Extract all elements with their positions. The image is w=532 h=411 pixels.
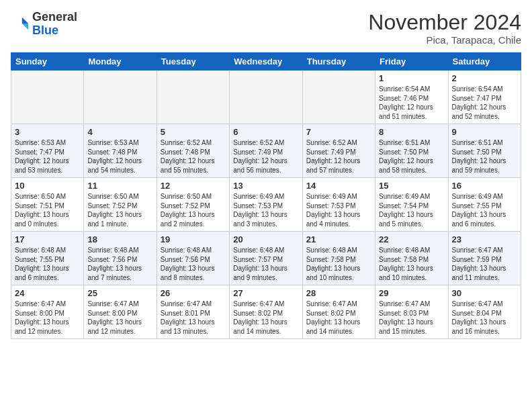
table-row: 24Sunrise: 6:47 AM Sunset: 8:00 PM Dayli… (11, 285, 84, 339)
day-number: 4 (87, 127, 152, 137)
header-friday: Friday (375, 53, 448, 71)
table-row: 26Sunrise: 6:47 AM Sunset: 8:01 PM Dayli… (157, 285, 229, 339)
day-info: Sunrise: 6:49 AM Sunset: 7:53 PM Dayligh… (306, 192, 371, 228)
calendar-table: Sunday Monday Tuesday Wednesday Thursday… (11, 52, 521, 339)
day-info: Sunrise: 6:49 AM Sunset: 7:54 PM Dayligh… (379, 192, 444, 228)
header-sunday: Sunday (11, 53, 84, 71)
day-number: 28 (306, 288, 371, 298)
day-number: 9 (452, 127, 517, 137)
day-number: 18 (87, 234, 152, 244)
location-subtitle: Pica, Tarapaca, Chile (368, 34, 521, 46)
day-number: 5 (161, 127, 226, 137)
day-number: 6 (233, 127, 298, 137)
logo-icon (11, 15, 30, 34)
day-number: 1 (379, 73, 444, 83)
day-info: Sunrise: 6:47 AM Sunset: 8:00 PM Dayligh… (15, 300, 80, 336)
logo-general-text: General (32, 10, 77, 24)
page-container: General Blue November 2024 Pica, Tarapac… (0, 0, 532, 346)
page-header: General Blue November 2024 Pica, Tarapac… (11, 11, 521, 46)
table-row: 7Sunrise: 6:52 AM Sunset: 7:49 PM Daylig… (302, 124, 375, 178)
table-row: 15Sunrise: 6:49 AM Sunset: 7:54 PM Dayli… (375, 178, 448, 232)
day-info: Sunrise: 6:52 AM Sunset: 7:48 PM Dayligh… (161, 138, 226, 175)
header-tuesday: Tuesday (157, 53, 229, 71)
table-row: 19Sunrise: 6:48 AM Sunset: 7:56 PM Dayli… (157, 232, 229, 285)
calendar-week-row: 3Sunrise: 6:53 AM Sunset: 7:47 PM Daylig… (11, 124, 521, 178)
table-row: 17Sunrise: 6:48 AM Sunset: 7:55 PM Dayli… (11, 232, 84, 285)
table-row: 27Sunrise: 6:47 AM Sunset: 8:02 PM Dayli… (230, 285, 302, 339)
table-row: 11Sunrise: 6:50 AM Sunset: 7:52 PM Dayli… (84, 178, 157, 232)
calendar-week-row: 10Sunrise: 6:50 AM Sunset: 7:51 PM Dayli… (11, 178, 521, 232)
day-info: Sunrise: 6:48 AM Sunset: 7:56 PM Dayligh… (87, 246, 152, 282)
day-info: Sunrise: 6:50 AM Sunset: 7:52 PM Dayligh… (87, 192, 152, 228)
day-info: Sunrise: 6:47 AM Sunset: 8:02 PM Dayligh… (233, 300, 298, 336)
table-row: 10Sunrise: 6:50 AM Sunset: 7:51 PM Dayli… (11, 178, 84, 232)
table-row (302, 71, 375, 124)
day-number: 20 (233, 234, 298, 244)
day-number: 12 (161, 181, 226, 191)
day-number: 15 (379, 181, 444, 191)
title-area: November 2024 Pica, Tarapaca, Chile (368, 11, 521, 46)
day-info: Sunrise: 6:51 AM Sunset: 7:50 PM Dayligh… (452, 138, 517, 175)
day-number: 11 (87, 181, 152, 191)
day-number: 13 (233, 181, 298, 191)
day-number: 24 (15, 288, 80, 298)
table-row: 3Sunrise: 6:53 AM Sunset: 7:47 PM Daylig… (11, 124, 84, 178)
day-number: 8 (379, 127, 444, 137)
day-info: Sunrise: 6:50 AM Sunset: 7:51 PM Dayligh… (15, 192, 80, 228)
day-number: 26 (161, 288, 226, 298)
day-info: Sunrise: 6:52 AM Sunset: 7:49 PM Dayligh… (306, 138, 371, 175)
table-row: 23Sunrise: 6:47 AM Sunset: 7:59 PM Dayli… (448, 232, 521, 285)
table-row (84, 71, 157, 124)
day-info: Sunrise: 6:49 AM Sunset: 7:53 PM Dayligh… (233, 192, 298, 228)
day-info: Sunrise: 6:48 AM Sunset: 7:58 PM Dayligh… (306, 246, 371, 282)
table-row: 5Sunrise: 6:52 AM Sunset: 7:48 PM Daylig… (157, 124, 229, 178)
table-row: 6Sunrise: 6:52 AM Sunset: 7:49 PM Daylig… (230, 124, 302, 178)
header-saturday: Saturday (448, 53, 521, 71)
day-info: Sunrise: 6:49 AM Sunset: 7:55 PM Dayligh… (452, 192, 517, 228)
day-number: 2 (452, 73, 517, 83)
logo-blue-text: Blue (32, 24, 58, 37)
day-number: 7 (306, 127, 371, 137)
table-row: 28Sunrise: 6:47 AM Sunset: 8:02 PM Dayli… (302, 285, 375, 339)
calendar-week-row: 17Sunrise: 6:48 AM Sunset: 7:55 PM Dayli… (11, 232, 521, 285)
table-row: 18Sunrise: 6:48 AM Sunset: 7:56 PM Dayli… (84, 232, 157, 285)
day-info: Sunrise: 6:48 AM Sunset: 7:55 PM Dayligh… (15, 246, 80, 282)
table-row: 1Sunrise: 6:54 AM Sunset: 7:46 PM Daylig… (375, 71, 448, 124)
table-row: 8Sunrise: 6:51 AM Sunset: 7:50 PM Daylig… (375, 124, 448, 178)
day-number: 17 (15, 234, 80, 244)
header-wednesday: Wednesday (230, 53, 302, 71)
day-number: 10 (15, 181, 80, 191)
svg-marker-1 (22, 24, 28, 30)
day-info: Sunrise: 6:54 AM Sunset: 7:47 PM Dayligh… (452, 85, 517, 121)
day-number: 21 (306, 234, 371, 244)
calendar-week-row: 1Sunrise: 6:54 AM Sunset: 7:46 PM Daylig… (11, 71, 521, 124)
table-row: 13Sunrise: 6:49 AM Sunset: 7:53 PM Dayli… (230, 178, 302, 232)
day-info: Sunrise: 6:47 AM Sunset: 7:59 PM Dayligh… (452, 246, 517, 282)
day-info: Sunrise: 6:53 AM Sunset: 7:47 PM Dayligh… (15, 138, 80, 175)
day-info: Sunrise: 6:47 AM Sunset: 8:00 PM Dayligh… (87, 300, 152, 336)
day-number: 16 (452, 181, 517, 191)
header-monday: Monday (84, 53, 157, 71)
day-number: 25 (87, 288, 152, 298)
table-row: 25Sunrise: 6:47 AM Sunset: 8:00 PM Dayli… (84, 285, 157, 339)
day-number: 19 (161, 234, 226, 244)
day-info: Sunrise: 6:47 AM Sunset: 8:01 PM Dayligh… (161, 300, 226, 336)
table-row (157, 71, 229, 124)
day-number: 30 (452, 288, 517, 298)
logo: General Blue (11, 11, 77, 38)
calendar-week-row: 24Sunrise: 6:47 AM Sunset: 8:00 PM Dayli… (11, 285, 521, 339)
day-info: Sunrise: 6:48 AM Sunset: 7:57 PM Dayligh… (233, 246, 298, 282)
day-info: Sunrise: 6:51 AM Sunset: 7:50 PM Dayligh… (379, 138, 444, 175)
table-row: 9Sunrise: 6:51 AM Sunset: 7:50 PM Daylig… (448, 124, 521, 178)
table-row (11, 71, 84, 124)
day-info: Sunrise: 6:54 AM Sunset: 7:46 PM Dayligh… (379, 85, 444, 121)
table-row (230, 71, 302, 124)
table-row: 20Sunrise: 6:48 AM Sunset: 7:57 PM Dayli… (230, 232, 302, 285)
day-number: 23 (452, 234, 517, 244)
table-row: 4Sunrise: 6:53 AM Sunset: 7:48 PM Daylig… (84, 124, 157, 178)
day-info: Sunrise: 6:50 AM Sunset: 7:52 PM Dayligh… (161, 192, 226, 228)
day-info: Sunrise: 6:47 AM Sunset: 8:04 PM Dayligh… (452, 300, 517, 336)
day-info: Sunrise: 6:48 AM Sunset: 7:58 PM Dayligh… (379, 246, 444, 282)
month-title: November 2024 (368, 11, 521, 34)
day-number: 29 (379, 288, 444, 298)
